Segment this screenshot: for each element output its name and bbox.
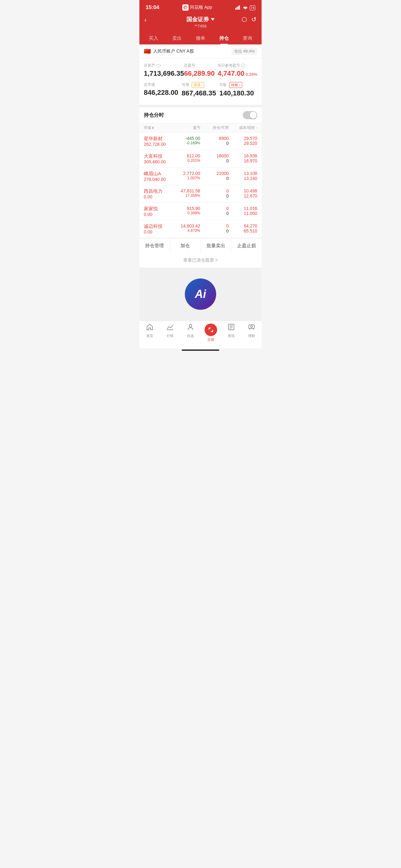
batch-sell-button[interactable]: 批量卖出	[201, 239, 231, 253]
stat-available-label: 可用 国债 ›	[182, 82, 220, 88]
manage-button[interactable]: 持仓管理	[139, 239, 170, 253]
nav-watchlist-label: 自选	[187, 334, 194, 338]
nav-market-label: 行情	[167, 334, 174, 338]
stock-row[interactable]: 大富科技 305,460.00 612.00 0.201% 18000 0 16…	[139, 150, 262, 167]
ai-button[interactable]: Ai	[185, 278, 216, 310]
svg-text:顺: 顺	[184, 6, 187, 9]
tab-sell[interactable]: 卖出	[169, 32, 185, 44]
stock-row[interactable]: 星华新材 262,728.00 -445.00 -0.169% 8900 0 2…	[139, 132, 262, 150]
tab-query[interactable]: 查询	[239, 32, 256, 44]
transfer-tag[interactable]: 转账 ›	[229, 82, 242, 88]
status-right: 74	[235, 5, 255, 10]
stop-loss-button[interactable]: 止盈止损	[231, 239, 262, 253]
svg-rect-3	[236, 7, 237, 10]
header: ‹ 国金证券 **7456 ⬡ ↺	[139, 14, 262, 32]
nav-finance[interactable]: 理财	[243, 323, 260, 342]
money-icon	[248, 323, 255, 332]
nav-watchlist[interactable]: 自选	[182, 323, 199, 342]
ai-section: Ai	[139, 268, 262, 321]
nav-news-label: 资讯	[228, 334, 235, 338]
back-button[interactable]: ‹	[144, 16, 147, 24]
table-header: 市值 盈亏 持仓/可用 成本/现价 ›	[139, 123, 262, 132]
stat-withdrawable-value: 140,180.30	[219, 89, 257, 97]
svg-point-8	[189, 324, 192, 327]
th-market-value[interactable]: 市值	[144, 125, 172, 130]
stat-available-value: 867,468.35	[182, 89, 220, 97]
holdings-header: 持仓分时	[139, 107, 262, 123]
stock-col-2: -445.00 -0.169%	[172, 136, 200, 147]
holdings-toggle[interactable]	[243, 111, 257, 119]
stock-row[interactable]: 峨眉山A 278,040.00 2,772.00 1.007% 21000 0 …	[139, 167, 262, 185]
header-title: 国金证券	[187, 16, 214, 23]
position-ratio: 仓位 49.4%	[231, 48, 257, 55]
status-bar: 15:04 顺 同花顺 App 74	[139, 0, 262, 14]
tab-bar: 买入 卖出 撤单 持仓 查询	[139, 32, 262, 44]
add-position-button[interactable]: 加仓	[170, 239, 201, 253]
battery: 74	[250, 5, 255, 10]
stock-col-1: 星华新材 262,728.00	[144, 136, 172, 147]
nav-trade-label: 交易	[207, 337, 214, 342]
home-icon	[146, 323, 153, 332]
stock-col-3: 8900 0	[201, 136, 229, 147]
nav-market[interactable]: 行情	[161, 323, 178, 342]
stat-mktval-value: 846,228.00	[144, 89, 182, 97]
info-icon[interactable]: i	[241, 64, 245, 68]
dropdown-icon[interactable]	[211, 18, 214, 21]
stat-market-value: 总市值 846,228.00	[144, 82, 182, 97]
stat-total-pnl-value: 66,289.90	[184, 69, 218, 78]
th-pnl: 盈亏	[172, 125, 201, 130]
app-name: 顺 同花顺 App	[182, 4, 212, 11]
action-buttons: 持仓管理 加仓 批量卖出 止盈止损	[139, 238, 262, 253]
stock-col-4: 29.570 29.520	[229, 136, 257, 147]
stat-total-assets: 总资产 1,713,696.35	[144, 63, 184, 78]
tab-cancel[interactable]: 撤单	[192, 32, 209, 44]
svg-rect-4	[238, 6, 239, 10]
tab-holdings[interactable]: 持仓	[216, 32, 232, 44]
stats-row-1: 总资产 1,713,696.35 总盈亏 66,289.90 当日参考盈亏 i …	[144, 63, 257, 78]
holdings-section: 持仓分时 市值 盈亏 持仓/可用 成本/现价 › 星华新材 262,728.00	[139, 107, 262, 238]
share-icon[interactable]: ⬡	[241, 16, 247, 23]
tab-buy[interactable]: 买入	[145, 32, 162, 44]
header-actions: ⬡ ↺	[241, 16, 257, 23]
status-time: 15:04	[146, 4, 159, 11]
guozhai-tag[interactable]: 国债 ›	[192, 82, 205, 88]
chart-icon	[166, 323, 174, 332]
toggle-knob	[250, 112, 257, 119]
account-number: **7456	[194, 24, 206, 29]
home-indicator	[182, 349, 219, 351]
stock-row[interactable]: 家家悦 0.00 915.90 0.399% 0 0 11.016 11.050	[139, 203, 262, 220]
bottom-nav: 首页 行情 自选 交易	[139, 321, 262, 348]
nav-home-label: 首页	[146, 334, 153, 338]
svg-point-13	[251, 326, 253, 328]
eye-icon[interactable]	[156, 64, 161, 67]
view-more-button[interactable]: 查看已清仓股票 >	[139, 253, 262, 268]
nav-trade[interactable]: 交易	[202, 323, 219, 342]
stat-withdrawable-label: 可取 转账 ›	[219, 82, 257, 88]
person-icon	[187, 323, 194, 332]
news-icon	[228, 323, 235, 332]
stat-available: 可用 国债 › 867,468.35	[182, 82, 220, 97]
stat-daily-pnl-value: 4,747.00 0.28%	[218, 69, 257, 78]
stats-row-2: 总市值 846,228.00 可用 国债 › 867,468.35 可取 转账 …	[144, 82, 257, 97]
stat-withdrawable: 可取 转账 › 140,180.30	[219, 82, 257, 97]
trade-circle-icon	[205, 323, 217, 336]
svg-rect-2	[235, 8, 236, 10]
stat-total-pnl-label: 总盈亏	[184, 63, 218, 68]
stock-row[interactable]: 诚迈科技 0.00 14,603.42 4.870% 0 0 64.270 65…	[139, 220, 262, 238]
sort-arrows	[152, 126, 154, 129]
flag-icon: 🇨🇳	[144, 48, 151, 55]
app-icon: 顺	[182, 4, 189, 11]
stats-section: 总资产 1,713,696.35 总盈亏 66,289.90 当日参考盈亏 i …	[139, 59, 262, 105]
section-divider	[139, 105, 262, 107]
account-bar: 🇨🇳 人民币账户 CNY A股 仓位 49.4%	[139, 44, 262, 59]
stock-row[interactable]: 西昌电力 0.00 47,831.58 17.356% 0 0 10.498 1…	[139, 185, 262, 203]
refresh-icon[interactable]: ↺	[251, 16, 257, 23]
stat-daily-pnl: 当日参考盈亏 i 4,747.00 0.28%	[218, 63, 257, 78]
account-info: 🇨🇳 人民币账户 CNY A股	[144, 48, 194, 55]
nav-news[interactable]: 资讯	[223, 323, 240, 342]
holdings-title: 持仓分时	[144, 112, 164, 119]
stat-mktval-label: 总市值	[144, 82, 182, 87]
stat-total-pnl: 总盈亏 66,289.90	[184, 63, 218, 78]
nav-home[interactable]: 首页	[141, 323, 158, 342]
svg-rect-5	[239, 5, 240, 10]
